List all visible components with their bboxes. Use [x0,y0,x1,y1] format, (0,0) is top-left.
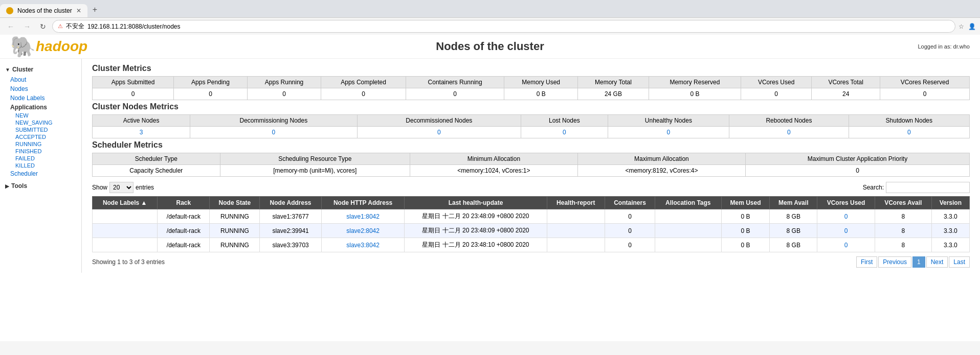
cnm-val-1[interactable]: 0 [190,127,357,138]
tab-close-button[interactable]: ✕ [76,7,81,14]
cell-health-report-0 [547,209,605,224]
cm-val-4: 0 [406,88,504,100]
sidebar-app-link-killed[interactable]: KILLED [15,162,81,169]
cnm-val-6[interactable]: 0 [849,127,969,138]
th-node-labels[interactable]: Node Labels ▲ [93,197,158,209]
sm-header-1: Scheduling Resource Type [220,153,410,165]
last-page-button[interactable]: Last [949,256,970,268]
active-tab[interactable]: Nodes of the cluster ✕ [0,4,87,17]
first-page-button[interactable]: First [856,256,877,268]
cluster-section: ▼ Cluster About Nodes Node Labels Applic… [0,64,81,178]
search-input[interactable] [886,182,970,193]
cm-val-6: 24 GB [577,88,649,100]
sidebar-app-link-new_saving[interactable]: NEW_SAVING [15,119,81,126]
cm-header-10: VCores Reserved [880,77,970,88]
cell-vcores-avail-2: 8 [875,238,931,252]
cm-val-3: 0 [321,88,406,100]
account-icon[interactable]: 👤 [968,23,976,30]
sidebar-scheduler-link[interactable]: Scheduler [0,169,81,178]
cluster-header[interactable]: ▼ Cluster [0,64,81,75]
sidebar-nodes-link[interactable]: Nodes [0,84,81,93]
bookmark-icon[interactable]: ☆ [959,23,964,30]
cm-val-2: 0 [247,88,321,100]
table-row: /default-rack RUNNING slave3:39703 slave… [93,238,970,252]
th-version[interactable]: Version [931,197,969,209]
sidebar-app-link-accepted[interactable]: ACCEPTED [15,133,81,140]
app-links-group: NEWNEW_SAVINGSUBMITTEDACCEPTEDRUNNINGFIN… [0,112,81,169]
cnm-header-2: Decommissioned Nodes [357,115,521,127]
sidebar-node-labels-link[interactable]: Node Labels [0,93,81,103]
cm-val-0: 0 [93,88,174,100]
th-mem-avail[interactable]: Mem Avail [770,197,817,209]
cnm-val-4[interactable]: 0 [608,127,729,138]
new-tab-button[interactable]: + [87,2,102,17]
sidebar-app-link-finished[interactable]: FINISHED [15,148,81,155]
cell-http-2[interactable]: slave3:8042 [321,238,405,252]
cell-mem-avail-1: 8 GB [770,224,817,238]
cnm-header-6: Shutdown Nodes [849,115,969,127]
table-footer: Showing 1 to 3 of 3 entries First Previo… [92,256,970,268]
nodes-table: Node Labels ▲ Rack Node State Node Addre… [92,196,970,252]
cell-vcores-avail-0: 8 [875,209,931,224]
cm-val-9: 24 [812,88,880,100]
cell-vcores-used-0[interactable]: 0 [817,209,875,224]
reload-button[interactable]: ↻ [37,21,49,32]
cell-node-labels-1 [93,224,158,238]
next-page-button[interactable]: Next [926,256,948,268]
th-containers[interactable]: Containers [605,197,655,209]
cell-vcores-used-2[interactable]: 0 [817,238,875,252]
sidebar-app-link-failed[interactable]: FAILED [15,155,81,162]
th-node-state[interactable]: Node State [210,197,260,209]
cell-mem-used-1: 0 B [721,224,770,238]
cnm-val-3[interactable]: 0 [521,127,608,138]
cell-mem-used-2: 0 B [721,238,770,252]
cell-alloc-0 [655,209,722,224]
sidebar-app-link-new[interactable]: NEW [15,112,81,119]
unhealthy-nodes-link: 0 [667,129,671,136]
decommissioning-nodes-link: 0 [272,129,276,136]
sidebar-app-link-submitted[interactable]: SUBMITTED [15,126,81,133]
back-button[interactable]: ← [4,21,17,32]
sidebar-about-link[interactable]: About [0,75,81,84]
forward-button[interactable]: → [20,21,34,32]
th-last-health[interactable]: Last health-update [405,197,547,209]
page-header: 🐘 hadoop Nodes of the cluster Logged in … [0,35,980,59]
cell-alloc-2 [655,238,722,252]
cell-mem-used-0: 0 B [721,209,770,224]
cell-rack-0: /default-rack [158,209,210,224]
th-rack[interactable]: Rack [158,197,210,209]
cell-address-0: slave1:37677 [260,209,321,224]
page-1-button[interactable]: 1 [912,256,925,268]
entries-label: entries [136,184,154,191]
applications-label: Applications [0,103,81,112]
cluster-metrics-table: Apps Submitted Apps Pending Apps Running… [92,76,970,100]
sm-header-4: Maximum Cluster Application Priority [745,153,969,165]
tools-header[interactable]: ▶ Tools [0,180,81,192]
cell-health-1: 星期日 十二月 20 23:48:09 +0800 2020 [405,224,547,238]
th-alloc-tags[interactable]: Allocation Tags [655,197,722,209]
sidebar-app-link-running[interactable]: RUNNING [15,140,81,148]
th-vcores-used[interactable]: VCores Used [817,197,875,209]
cnm-val-5[interactable]: 0 [729,127,849,138]
sidebar: ▼ Cluster About Nodes Node Labels Applic… [0,59,82,273]
logged-in-label: Logged in as: dr.who [918,43,970,50]
th-health-report[interactable]: Health-report [547,197,605,209]
security-label: 不安全 [66,22,84,31]
cell-http-1[interactable]: slave2:8042 [321,224,405,238]
th-node-address[interactable]: Node Address [260,197,321,209]
th-vcores-avail[interactable]: VCores Avail [875,197,931,209]
tab-title: Nodes of the cluster [17,7,72,14]
cm-header-1: Apps Pending [174,77,248,88]
cell-rack-2: /default-rack [158,238,210,252]
show-entries: Show 20 50 100 entries [92,182,154,193]
cnm-val-0[interactable]: 3 [93,127,190,138]
previous-page-button[interactable]: Previous [878,256,911,268]
cell-vcores-used-1[interactable]: 0 [817,224,875,238]
th-node-http[interactable]: Node HTTP Address [321,197,405,209]
th-mem-used[interactable]: Mem Used [721,197,770,209]
entries-select[interactable]: 20 50 100 [109,182,133,193]
cnm-val-2[interactable]: 0 [357,127,521,138]
address-bar[interactable]: ⚠ 不安全 192.168.11.21:8088/cluster/nodes [52,20,955,33]
cell-http-0[interactable]: slave1:8042 [321,209,405,224]
cell-alloc-1 [655,224,722,238]
